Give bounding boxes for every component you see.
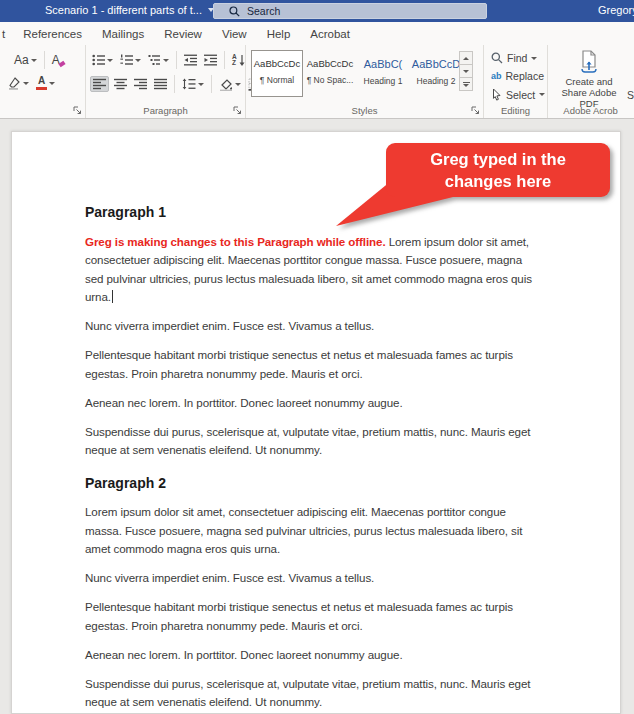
doc-paragraph: Suspendisse dui purus, scelerisque at, v…	[85, 675, 541, 712]
doc-paragraph: Pellentesque habitant morbi tristique se…	[85, 346, 541, 383]
chevron-down-icon	[49, 82, 55, 85]
ribbon-group-adobe: Create and Share Adobe PDF Si Adobe Acro…	[548, 45, 633, 118]
search-icon	[229, 6, 240, 17]
paragraph-dialog-launcher[interactable]	[233, 106, 242, 115]
styles-more-button[interactable]	[459, 77, 473, 91]
document-page[interactable]: Paragraph 1 Greg is making changes to th…	[11, 131, 621, 714]
callout-text-line2: changes here	[386, 170, 610, 192]
styles-scroll-up-button[interactable]	[459, 51, 473, 65]
align-right-button[interactable]	[132, 77, 149, 91]
clear-formatting-button[interactable]: A	[50, 53, 67, 67]
callout-bubble[interactable]: Greg typed in the changes here	[386, 143, 610, 197]
tab-references[interactable]: References	[13, 28, 92, 40]
ribbon-group-editing: Find ab Replace Select Editing	[484, 45, 548, 118]
find-button[interactable]: Find	[491, 52, 537, 64]
text-cursor	[112, 290, 113, 303]
multilevel-list-button[interactable]	[146, 53, 171, 67]
title-bar: Scenario 1 - different parts of t... Sea…	[0, 0, 634, 22]
triangle-up-icon	[463, 57, 469, 60]
tab-help[interactable]: Help	[257, 28, 301, 40]
doc-paragraph: Suspendisse dui purus, scelerisque at, v…	[85, 423, 541, 460]
font-color-swatch	[36, 87, 47, 90]
doc-paragraph: Nunc viverra imperdiet enim. Fusce est. …	[85, 569, 541, 588]
chevron-down-icon	[135, 59, 141, 62]
gallery-more-icon	[463, 82, 470, 87]
style-tile-heading-2[interactable]: AaBbCcD Heading 2	[410, 50, 462, 97]
numbering-button[interactable]	[118, 53, 143, 67]
line-spacing-icon	[182, 78, 196, 90]
doc-paragraph: Pellentesque habitant morbi tristique se…	[85, 598, 541, 635]
text-highlight-color-button[interactable]	[5, 75, 31, 91]
align-center-button[interactable]	[112, 77, 129, 91]
adobe-partial-button[interactable]: Si	[627, 89, 634, 101]
doc-paragraph: Nunc viverra imperdiet enim. Fusce est. …	[85, 317, 541, 336]
sort-button[interactable]: A Z	[230, 53, 247, 68]
increase-indent-icon	[204, 54, 217, 66]
multilevel-list-icon	[148, 54, 161, 66]
chevron-down-icon	[31, 59, 37, 62]
doc-heading-paragraph-2: Paragraph 2	[85, 474, 541, 493]
triangle-down-icon	[463, 70, 469, 73]
chevron-down-icon	[163, 59, 169, 62]
justify-button[interactable]	[152, 77, 169, 91]
replace-icon: ab	[491, 72, 502, 81]
paragraph-group-label: Paragraph	[86, 105, 245, 116]
styles-group-label: Styles	[246, 105, 483, 116]
tab-partial[interactable]: t	[0, 28, 13, 40]
font-dialog-launcher[interactable]	[73, 106, 82, 115]
find-icon	[491, 52, 503, 64]
doc-paragraph: Aenean nec lorem. In porttitor. Donec la…	[85, 646, 541, 665]
replace-button[interactable]: ab Replace	[491, 70, 544, 82]
adobe-group-label: Adobe Acrob	[548, 105, 633, 116]
bullets-button[interactable]	[90, 53, 115, 67]
styles-dialog-launcher[interactable]	[471, 106, 480, 115]
decrease-indent-icon	[184, 54, 197, 66]
editing-group-label: Editing	[484, 105, 547, 116]
style-tile-no-spacing[interactable]: AaBbCcDc ¶ No Spac...	[304, 50, 356, 97]
account-name[interactable]: Gregory Z	[598, 4, 634, 16]
styles-scroll-down-button[interactable]	[459, 64, 473, 78]
justify-icon	[154, 78, 167, 90]
chevron-down-icon	[235, 83, 241, 86]
highlighter-icon	[7, 76, 21, 90]
ribbon-group-styles: AaBbCcDc ¶ Normal AaBbCcDc ¶ No Spac... …	[246, 45, 484, 118]
paint-bucket-icon	[219, 78, 233, 91]
document-title-text: Scenario 1 - different parts of t...	[45, 4, 202, 16]
doc-paragraph: Aenean nec lorem. In porttitor. Donec la…	[85, 394, 541, 413]
decrease-indent-button[interactable]	[182, 53, 199, 67]
document-content: Paragraph 1 Greg is making changes to th…	[85, 203, 541, 714]
tab-view[interactable]: View	[212, 28, 257, 40]
line-spacing-button[interactable]	[180, 77, 206, 91]
tab-mailings[interactable]: Mailings	[92, 28, 154, 40]
search-input[interactable]: Search	[213, 3, 487, 19]
font-color-button[interactable]: A	[34, 75, 57, 91]
align-left-button[interactable]	[90, 76, 109, 92]
doc-paragraph: Greg is making changes to this Paragraph…	[85, 233, 541, 307]
doc-paragraph: Lorem ipsum dolor sit amet, consectetuer…	[85, 503, 541, 559]
callout-text-line1: Greg typed in the	[386, 148, 610, 170]
sort-arrow-icon	[239, 54, 245, 67]
document-title[interactable]: Scenario 1 - different parts of t...	[45, 4, 214, 16]
create-share-adobe-pdf-button[interactable]: Create and Share Adobe PDF	[554, 50, 624, 109]
ribbon-group-font: Aa A A	[0, 45, 86, 118]
align-left-icon	[93, 78, 106, 90]
style-tile-normal[interactable]: AaBbCcDc ¶ Normal	[251, 50, 303, 97]
tab-acrobat[interactable]: Acrobat	[300, 28, 360, 40]
style-tile-heading-1[interactable]: AaBbC( Heading 1	[357, 50, 409, 97]
chevron-down-icon	[531, 57, 537, 60]
numbered-list-icon	[120, 54, 133, 66]
change-case-button[interactable]: Aa	[12, 53, 39, 67]
ribbon: Aa A A	[0, 45, 634, 119]
tab-review[interactable]: Review	[154, 28, 212, 40]
doc-heading-paragraph-1: Paragraph 1	[85, 203, 541, 222]
adobe-pdf-icon	[578, 50, 600, 74]
ribbon-group-paragraph: A Z ¶	[86, 45, 246, 118]
search-placeholder: Search	[247, 5, 280, 17]
red-edited-text: Greg is making changes to this Paragraph…	[85, 235, 386, 248]
chevron-down-icon	[198, 83, 204, 86]
bullet-list-icon	[92, 54, 105, 66]
select-button[interactable]: Select	[491, 88, 545, 101]
shading-button[interactable]	[217, 77, 243, 92]
increase-indent-button[interactable]	[202, 53, 219, 67]
align-right-icon	[134, 78, 147, 90]
